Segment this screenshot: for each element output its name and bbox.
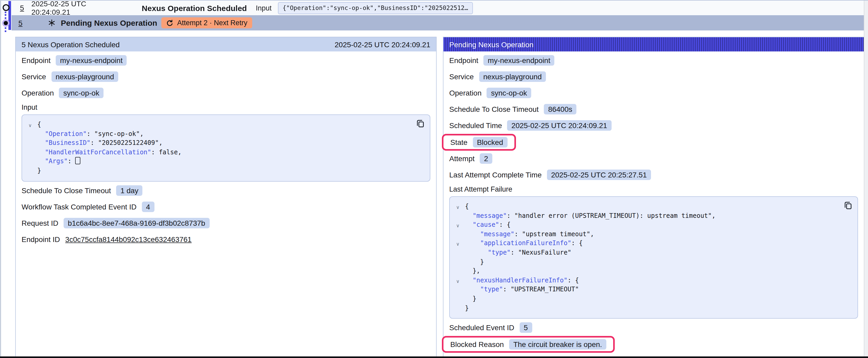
field-value: sync-op-ok bbox=[59, 88, 103, 98]
failure-code-lines: ∨{ "message": "handler error (UPSTREAM_T… bbox=[456, 202, 852, 313]
chevron-down-icon bbox=[28, 166, 37, 175]
event-detail-header-timestamp: 2025-02-25 UTC 20:24:09.21 bbox=[335, 40, 430, 48]
pending-operation-panel: Pending Nexus Operation Endpoint my-nexu… bbox=[443, 37, 864, 358]
field-row: Scheduled Time 2025-02-25 UTC 20:24:09.2… bbox=[449, 120, 858, 131]
chevron-down-icon bbox=[456, 211, 465, 221]
window-left-border bbox=[0, 0, 1, 358]
chevron-down-icon[interactable]: ∨ bbox=[456, 276, 465, 285]
event-id-link[interactable]: 5 bbox=[19, 19, 23, 27]
chevron-down-icon[interactable]: ∨ bbox=[456, 239, 465, 248]
open-circle-icon bbox=[3, 4, 9, 11]
code-line: "BusinessID": "20250225122409", bbox=[28, 138, 425, 148]
event-timestamp: 2025-02-25 UTC 20:24:09.21 bbox=[32, 0, 125, 16]
chevron-down-icon bbox=[456, 294, 465, 304]
input-section-label: Input bbox=[22, 103, 430, 111]
field-value: 1 day bbox=[116, 185, 143, 196]
field-label: Attempt bbox=[449, 154, 475, 163]
code-line-text: } bbox=[465, 304, 469, 313]
pending-operation-fields-2: Scheduled Event ID 5 Blocked Reason The … bbox=[449, 322, 858, 353]
code-line: ∨{ bbox=[28, 120, 425, 129]
code-line: } bbox=[456, 258, 852, 267]
event-detail-fields-2: Schedule To Close Timeout 1 day Workflow… bbox=[22, 185, 430, 245]
field-label: Service bbox=[449, 72, 474, 81]
code-line-text: "message": "upstream timeout", bbox=[465, 230, 594, 239]
event-id-link[interactable]: 5 bbox=[20, 4, 24, 12]
chevron-down-icon bbox=[28, 129, 37, 138]
chevron-down-icon[interactable]: ∨ bbox=[456, 202, 465, 211]
code-line: ∨ "cause": { bbox=[456, 221, 852, 230]
copy-icon[interactable] bbox=[416, 119, 425, 128]
asterisk-icon bbox=[48, 20, 55, 26]
code-line-text: "type": "NexusFailure" bbox=[465, 248, 571, 258]
chevron-down-icon[interactable]: ∨ bbox=[28, 120, 37, 129]
window-bottom-edge bbox=[0, 356, 868, 358]
field-row: Service nexus-playground bbox=[22, 71, 430, 83]
chevron-down-icon bbox=[456, 304, 465, 313]
empty-array-box-icon bbox=[75, 157, 81, 165]
field-value[interactable]: 3c0c75ccfa8144b092c13ce632463761 bbox=[65, 235, 191, 243]
chevron-down-icon[interactable]: ∨ bbox=[456, 221, 465, 230]
field-label: Workflow Task Completed Event ID bbox=[22, 202, 136, 211]
failure-section-label: Last Attempt Failure bbox=[449, 185, 858, 193]
field-label: Last Attempt Complete Time bbox=[449, 171, 542, 179]
field-value: nexus-playground bbox=[479, 71, 546, 82]
field-row: Operation sync-op-ok bbox=[22, 87, 430, 99]
code-line: "HandlerWaitForCancellation": false, bbox=[28, 148, 425, 157]
field-label: Endpoint ID bbox=[22, 235, 60, 243]
input-code-block: ∨{ "Operation": "sync-op-ok", "BusinessI… bbox=[22, 115, 430, 182]
field-label: Endpoint bbox=[22, 56, 51, 65]
field-label: State bbox=[450, 138, 467, 147]
code-line-text: "applicationFailureInfo": { bbox=[465, 239, 583, 248]
code-line: "Operation": "sync-op-ok", bbox=[28, 129, 425, 138]
vertical-scrollbar[interactable] bbox=[864, 1, 868, 358]
input-preview-chip[interactable]: {"Operation":"sync-op-ok","BusinessID":"… bbox=[278, 2, 473, 14]
event-detail-panel: 5 Nexus Operation Scheduled 2025-02-25 U… bbox=[15, 37, 437, 358]
code-line: "message": "handler error (UPSTREAM_TIME… bbox=[456, 211, 852, 221]
event-row-scheduled[interactable]: 5 2025-02-25 UTC 20:24:09.21 Nexus Opera… bbox=[0, 1, 864, 15]
input-code-lines: ∨{ "Operation": "sync-op-ok", "BusinessI… bbox=[28, 120, 425, 175]
field-row: Endpoint my-nexus-endpoint bbox=[22, 55, 430, 66]
chevron-down-icon bbox=[456, 230, 465, 239]
copy-icon[interactable] bbox=[844, 201, 852, 209]
chevron-down-icon bbox=[456, 267, 465, 276]
code-line: ∨{ bbox=[456, 202, 852, 211]
pending-operation-header: Pending Nexus Operation bbox=[443, 37, 864, 52]
code-line: ∨ "applicationFailureInfo": { bbox=[456, 239, 852, 248]
event-detail-body: Endpoint my-nexus-endpoint Service nexus… bbox=[16, 52, 436, 245]
pending-operation-title: Pending Nexus Operation bbox=[61, 19, 157, 27]
code-line: "message": "upstream timeout", bbox=[456, 230, 852, 239]
field-label: Scheduled Time bbox=[449, 121, 502, 130]
code-line-text: { bbox=[37, 120, 41, 129]
pending-operation-body: Endpoint my-nexus-endpoint Service nexus… bbox=[443, 52, 864, 353]
code-line: "type": "UPSTREAM_TIMEOUT" bbox=[456, 285, 852, 294]
field-row: Attempt 2 bbox=[449, 153, 858, 164]
field-label: Endpoint bbox=[449, 56, 478, 65]
attempt-retry-badge: Attempt 2 · Next Retry bbox=[161, 17, 252, 28]
event-title: Nexus Operation Scheduled bbox=[142, 3, 247, 12]
code-line-text: "message": "handler error (UPSTREAM_TIME… bbox=[465, 211, 716, 221]
event-row-pending[interactable]: 5 Pending Nexus Operation Attempt 2 · Ne… bbox=[11, 15, 864, 30]
field-value: 4 bbox=[142, 201, 154, 212]
code-line-text: "nexusHandlerFailureInfo": { bbox=[465, 276, 579, 285]
window-top-border bbox=[0, 0, 868, 1]
field-value: my-nexus-endpoint bbox=[56, 55, 127, 66]
failure-code-block: ∨{ "message": "handler error (UPSTREAM_T… bbox=[449, 196, 858, 319]
field-row: Request ID b1c6a4bc-8ee7-468a-9169-df3b0… bbox=[22, 217, 430, 229]
code-line-text: } bbox=[465, 258, 484, 267]
code-line: "type": "NexusFailure" bbox=[456, 248, 852, 258]
field-value: sync-op-ok bbox=[487, 88, 531, 98]
attempt-retry-label: Attempt 2 · Next Retry bbox=[177, 19, 247, 27]
chevron-down-icon bbox=[456, 248, 465, 258]
chevron-down-icon bbox=[28, 148, 37, 157]
field-row: Last Attempt Complete Time 2025-02-25 UT… bbox=[449, 169, 858, 181]
timeline-dotted-line bbox=[5, 11, 6, 19]
field-row: Service nexus-playground bbox=[449, 71, 858, 83]
field-value: b1c6a4bc-8ee7-468a-9169-df3b02c8737b bbox=[64, 218, 209, 228]
field-value: Blocked bbox=[473, 137, 507, 148]
code-line: } bbox=[456, 294, 852, 304]
field-label: Blocked Reason bbox=[450, 340, 504, 349]
code-line-text: }, bbox=[465, 267, 480, 276]
field-value: 5 bbox=[520, 322, 532, 333]
code-line-text: "BusinessID": "20250225122409", bbox=[37, 138, 163, 148]
chevron-down-icon bbox=[456, 258, 465, 267]
